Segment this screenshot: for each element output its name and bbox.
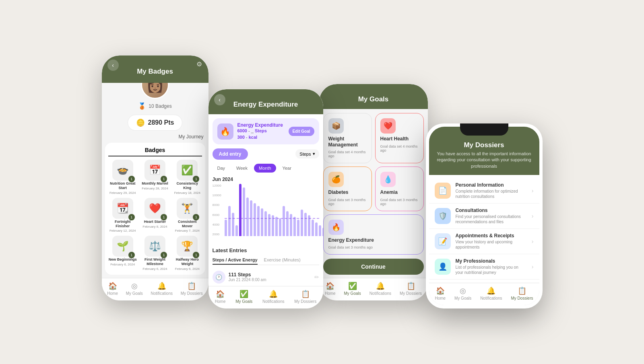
entry-date: Jun 21 2024 8:00 am <box>229 278 311 282</box>
footer-goals-4[interactable]: ◎ My Goals <box>454 286 471 300</box>
edit-goal-button[interactable]: Edit Goal <box>289 127 314 136</box>
footer-home-label: Home <box>107 291 118 296</box>
dossier-consultations[interactable]: 🛡️ Consultations Find your personalised … <box>429 204 539 229</box>
tab-exercise[interactable]: Exercise (Minutes) <box>264 256 301 265</box>
dossiers-icon: 📋 <box>187 282 196 290</box>
badge-date: February 7, 2024 <box>175 229 200 232</box>
goal-diabetes[interactable]: 🍊 Diabetes Goal data set 3 months ago <box>323 167 372 211</box>
goal-db-name: Diabetes <box>328 189 367 195</box>
badge-name: Fortnight Finisher <box>108 220 137 228</box>
goal-kcal-val: 300 <box>237 135 245 140</box>
badge-name: Halfway Hero Weight <box>173 257 202 266</box>
badge-icon-wrap: 📅 1 <box>144 160 165 181</box>
tab-day[interactable]: Day <box>213 164 230 173</box>
dossier-professionals[interactable]: 👤 My Professionals List of professionals… <box>429 254 539 280</box>
phone2-header: ‹ Energy Expenditure <box>208 89 323 114</box>
footer-home-2[interactable]: 🏠 Home <box>215 290 226 304</box>
home-icon-3: 🏠 <box>326 282 334 290</box>
notifications-icon: 🔔 <box>157 282 166 290</box>
footer-dossiers-3[interactable]: 📋 My Dossiers <box>400 282 422 296</box>
tab-week[interactable]: Week <box>231 164 252 173</box>
footer-dossiers-4[interactable]: 📋 My Dossiers <box>511 286 533 300</box>
phone1-body: 👩🏽 🥉 10 Badges 🪙 2890 Pts My Journey Bad… <box>102 83 208 278</box>
badge-date: February 29, 2024 <box>109 191 136 195</box>
badge-icon-wrap: 🏋️ 1 <box>177 198 198 219</box>
anemia-icon: 💧 <box>380 172 396 187</box>
footer-home-4[interactable]: 🏠 Home <box>435 286 446 300</box>
badge-item: ✅ 1 Consistency King February 18, 2024 <box>173 160 202 195</box>
home-icon-2: 🏠 <box>216 290 225 298</box>
badge-number: 1 <box>161 176 167 182</box>
goal-weight-management[interactable]: 📦 Weight Management Goal data set 4 mont… <box>323 113 372 163</box>
goal-wm-name: Weight Management <box>328 136 367 148</box>
steps-dropdown[interactable]: Steps ▾ <box>295 149 319 158</box>
add-entry-button[interactable]: Add entry <box>213 148 248 160</box>
energy-goal-title: Energy Expenditure <box>237 122 285 128</box>
footer-goals-label-2: My Goals <box>235 299 252 304</box>
goal-energy-expenditure[interactable]: 🔥 Energy Expenditure Goal data set 3 mon… <box>323 214 424 255</box>
consultations-icon: 🛡️ <box>435 208 451 224</box>
phone4-title: My Dossiers <box>436 141 533 149</box>
energy-goal-text: Energy Expenditure 6000 - _ Steps 300 - … <box>237 122 285 140</box>
heart-icon: ❤️ <box>380 118 396 134</box>
notifications-icon-2: 🔔 <box>269 290 278 298</box>
footer-home-3[interactable]: 🏠 Home <box>325 282 336 296</box>
badge-icon-wrap: 📆 1 <box>112 198 133 219</box>
chart-bar <box>235 225 238 236</box>
badge-icon: 🍲 <box>117 165 129 176</box>
footer-goals-2[interactable]: ✅ My Goals <box>235 290 252 304</box>
badges-grid: 🍲 1 Nutrition Great Start February 29, 2… <box>108 160 202 271</box>
badge-number: 1 <box>161 214 167 220</box>
badge-number: 1 <box>193 214 199 220</box>
chart-section: Jun 2024 20004000600080001000012000 <box>208 175 323 244</box>
footer-goals[interactable]: ◎ My Goals <box>126 282 143 296</box>
gear-icon[interactable]: ⚙ <box>196 60 202 68</box>
goal-an-sub: Goal data set 3 months ago <box>380 198 419 206</box>
goal-heart-health[interactable]: ❤️ Heart Health Goal data set 4 months a… <box>375 113 424 163</box>
footer-goals-3[interactable]: ✅ My Goals <box>344 282 361 296</box>
back-button[interactable]: ‹ <box>107 60 119 71</box>
footer-dossiers-2[interactable]: 📋 My Dossiers <box>294 290 316 304</box>
footer-dossiers-label-2: My Dossiers <box>294 299 316 304</box>
badge-icon: ⚖️ <box>149 241 161 252</box>
phone1-header: ‹ ⚙ My Badges <box>102 56 208 83</box>
entry-edit-icon[interactable]: ✏ <box>314 274 319 280</box>
footer-notifications-4[interactable]: 🔔 Notifications <box>480 286 502 300</box>
footer-notifications[interactable]: 🔔 Notifications <box>151 282 173 296</box>
chart-bar <box>243 187 245 236</box>
energy-goal-vals: 6000 - _ Steps 300 - kcal <box>237 128 285 140</box>
badge-icon-wrap: 🌱 1 <box>112 236 133 257</box>
footer-dossiers[interactable]: 📋 My Dossiers <box>181 282 203 296</box>
dropdown-label: Steps <box>299 152 311 156</box>
phone3-header: My Goals <box>319 84 428 109</box>
chart-date: Jun 2024 <box>213 177 319 182</box>
phone4-inner: My Dossiers You have access to all the i… <box>429 127 539 305</box>
dropdown-chevron-icon: ▾ <box>313 151 315 156</box>
dossier-appointments-desc: View your history and upcoming appointme… <box>456 239 527 250</box>
badge-icon: ✅ <box>181 165 193 176</box>
dossier-consultations-title: Consultations <box>456 208 527 213</box>
latest-entries-section: Latest Entries Steps / Active Energy Exe… <box>208 244 323 286</box>
continue-button[interactable]: Continue <box>323 259 424 275</box>
back-button-2[interactable]: ‹ <box>214 94 225 105</box>
chart-bar <box>225 220 227 236</box>
dossier-appointments[interactable]: 📝 Appointments & Receipts View your hist… <box>429 229 539 254</box>
footer-home[interactable]: 🏠 Home <box>107 282 118 296</box>
tab-steps-energy[interactable]: Steps / Active Energy <box>213 256 258 265</box>
badge-item: 🍲 1 Nutrition Great Start February 29, 2… <box>108 160 137 195</box>
phone-goals: My Goals 📦 Weight Management Goal data s… <box>319 84 428 300</box>
notifications-icon-4: 🔔 <box>487 286 495 295</box>
chart-bar <box>286 211 289 236</box>
footer-notifications-3[interactable]: 🔔 Notifications <box>369 282 391 296</box>
footer-notifications-2[interactable]: 🔔 Notifications <box>262 290 284 304</box>
chart-bar <box>261 208 263 236</box>
appointments-icon: 📝 <box>435 233 451 249</box>
badge-name: First Weight Milestone <box>140 257 169 266</box>
goal-ee-sub: Goal data set 3 months ago <box>328 245 419 249</box>
phone2-body: 🔥 Energy Expenditure 6000 - _ Steps 300 … <box>208 114 323 286</box>
goal-anemia[interactable]: 💧 Anemia Goal data set 3 months ago <box>375 167 424 211</box>
tab-year[interactable]: Year <box>278 164 296 173</box>
dossier-personal-info[interactable]: 📄 Personal Information Complete informat… <box>429 178 539 204</box>
tab-month[interactable]: Month <box>254 164 276 173</box>
entry-details: 111 Steps Jun 21 2024 8:00 am <box>229 272 311 282</box>
